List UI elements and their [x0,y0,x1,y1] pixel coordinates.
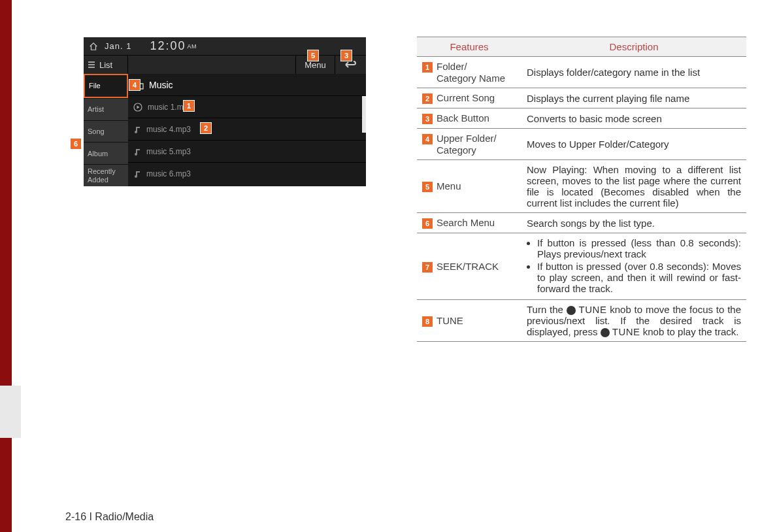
track-row-2[interactable]: music 4.mp3 [128,118,366,141]
row-desc: Displays the current playing file name [521,88,746,108]
row-num: 2 [422,93,433,104]
list-label: List [84,56,128,74]
tune-knob-icon [567,306,576,315]
ampm-text: AM [187,43,197,50]
table-row: 6Search Menu Search songs by the list ty… [417,213,746,233]
row-desc: Converts to basic mode screen [521,108,746,129]
feat-name: Current Song [437,92,495,103]
row-num: 1 [422,62,433,73]
feat-name: Back Button [437,112,489,124]
track-name: music 4.mp3 [146,125,191,134]
feat-name: Menu [437,180,461,191]
table-row: 3Back Button Converts to basic mode scre… [417,108,746,129]
th-features: Features [417,37,521,57]
row-desc: Now Playing: When moving to a different … [521,160,746,213]
category-song[interactable]: Song [84,120,128,142]
feat-name: Upper Folder/ [437,133,497,144]
callout-5: 5 [307,50,319,61]
date-text: Jan. 1 [105,41,131,51]
row-num: 5 [422,182,433,192]
music-note-icon [133,170,141,178]
tune-knob-label: TUNE [612,326,640,337]
row-num: 3 [422,114,433,124]
row-num: 8 [422,316,433,327]
callout-2: 2 [200,122,212,134]
list-label-text: List [99,60,112,70]
row-desc: If button is pressed (less than 0.8 seco… [521,233,746,300]
device-header: List Menu [84,56,366,74]
table-row: 5Menu Now Playing: When moving to a diff… [417,160,746,213]
row-desc: Turn the TUNE knob to move the focus to … [521,300,746,342]
callout-4: 4 [129,79,140,91]
features-table: Features Description 1Folder/Category Na… [417,37,746,342]
row-num: 7 [422,262,433,273]
bullet: If button is pressed (less than 0.8 seco… [537,237,741,259]
music-note-icon [133,125,141,133]
track-row-3[interactable]: music 5.mp3 [128,141,366,163]
callout-3: 3 [340,50,352,61]
category-file[interactable]: File [84,74,128,98]
page-stripe [0,0,12,532]
feat-name: Search Menu [437,217,495,228]
folder-title-row[interactable]: Music [128,74,366,96]
tune-knob-icon [601,328,610,337]
clock-text: 12:00 [150,39,186,53]
feat-name: Folder/ [437,61,467,72]
callout-6: 6 [70,138,82,150]
play-icon [133,103,142,112]
track-name: music 5.mp3 [146,147,191,156]
page-footer: 2-16 I Radio/Media [65,511,154,523]
track-row-1[interactable]: music 1.mp3 [128,96,366,118]
bullet: If button is pressed (over 0.8 seconds):… [537,261,741,294]
device-topbar: Jan. 1 12:00 AM [84,37,366,56]
tune-knob-label: TUNE [579,304,607,315]
page-side-tab [0,386,21,438]
category-list: File Artist Song Album Recently Added [84,74,128,186]
row-desc: Search songs by the list type. [521,213,746,233]
feat-name: SEEK/TRACK [437,261,499,272]
feat-name: TUNE [437,315,463,326]
row-desc: Displays folder/category name in the lis… [521,57,746,88]
folder-title: Music [149,80,173,90]
category-recent[interactable]: Recently Added [84,164,128,186]
device-screenshot: Jan. 1 12:00 AM List Menu File Artist So… [84,37,366,186]
table-row: 1Folder/Category Name Displays folder/ca… [417,57,746,88]
table-row: 2Current Song Displays the current playi… [417,88,746,108]
row-num: 6 [422,218,433,229]
table-row: 7SEEK/TRACK If button is pressed (less t… [417,233,746,300]
list-icon [88,61,95,69]
track-row-4[interactable]: music 6.mp3 [128,163,366,185]
row-num: 4 [422,134,433,144]
category-album[interactable]: Album [84,142,128,164]
th-description: Description [521,37,746,57]
table-row: 4Upper Folder/Category Moves to Upper Fo… [417,129,746,160]
feat-name-sub: Category Name [422,73,516,84]
scrollbar-thumb[interactable] [362,96,366,133]
music-note-icon [133,148,141,156]
home-icon[interactable] [89,42,98,51]
row-desc: Moves to Upper Folder/Category [521,129,746,160]
track-panel: Music music 1.mp3 music 4.mp3 music 5.mp… [128,74,366,186]
category-artist[interactable]: Artist [84,98,128,120]
track-name: music 6.mp3 [146,169,191,178]
table-row: 8TUNE Turn the TUNE knob to move the foc… [417,300,746,342]
feat-name-sub: Category [422,144,516,156]
callout-1: 1 [183,100,195,112]
table-header-row: Features Description [417,37,746,57]
